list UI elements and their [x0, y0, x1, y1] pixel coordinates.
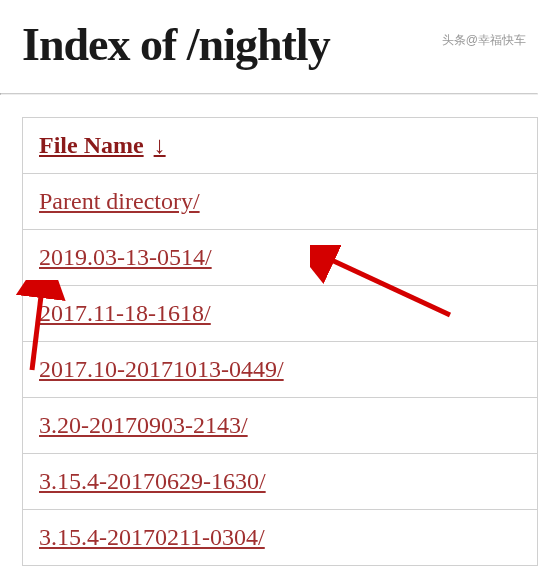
directory-link[interactable]: 2017.11-18-1618/	[39, 300, 211, 326]
table-row: 2017.10-20171013-0449/	[23, 342, 537, 398]
table-header-row: File Name ↓	[23, 118, 537, 174]
table-row: 3.20-20170903-2143/	[23, 398, 537, 454]
parent-directory-link[interactable]: Parent directory/	[39, 188, 200, 214]
column-header-filename[interactable]: File Name	[39, 132, 144, 159]
table-row: 2017.11-18-1618/	[23, 286, 537, 342]
sort-indicator-icon[interactable]: ↓	[154, 132, 166, 158]
file-listing-table: File Name ↓ Parent directory/ 2019.03-13…	[22, 117, 538, 566]
section-divider	[0, 93, 538, 95]
directory-link[interactable]: 2019.03-13-0514/	[39, 244, 212, 270]
directory-link[interactable]: 3.20-20170903-2143/	[39, 412, 248, 438]
table-row: Parent directory/	[23, 174, 537, 230]
directory-link[interactable]: 2017.10-20171013-0449/	[39, 356, 284, 382]
table-row: 3.15.4-20170211-0304/	[23, 510, 537, 566]
directory-link[interactable]: 3.15.4-20170211-0304/	[39, 524, 265, 550]
table-row: 3.15.4-20170629-1630/	[23, 454, 537, 510]
watermark-text: 头条@幸福快车	[442, 32, 526, 49]
directory-link[interactable]: 3.15.4-20170629-1630/	[39, 468, 266, 494]
table-row: 2019.03-13-0514/	[23, 230, 537, 286]
